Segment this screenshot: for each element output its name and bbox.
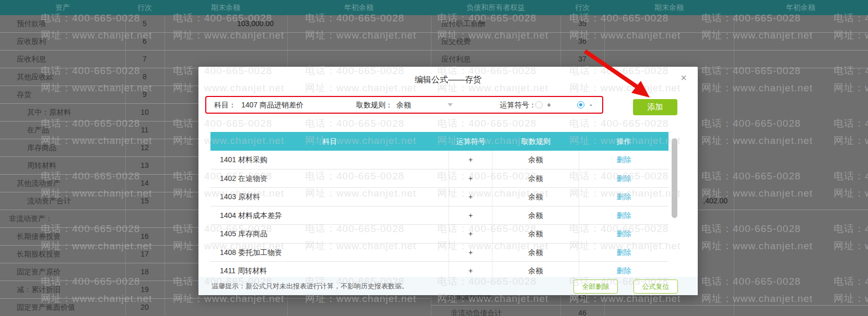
- cell-rule: 余额: [492, 225, 579, 243]
- col-header-end-left: 期末余额: [211, 0, 240, 15]
- cell-subject: 1405 库存商品: [210, 225, 449, 243]
- row-label: 周转材料: [27, 157, 56, 174]
- cell-rule: 余额: [492, 244, 579, 262]
- row-line-number: 20: [140, 299, 149, 316]
- radio-minus[interactable]: [577, 101, 584, 108]
- delete-link[interactable]: 删除: [617, 211, 631, 220]
- screen: 资产 行次 期末余额 年初余额 负债和所有者权益 行次 期末余额 年初余额 预付…: [0, 0, 868, 316]
- row-line-number: 15: [140, 192, 149, 210]
- row-line-number: 12: [140, 139, 149, 156]
- watermark-text: 网址：www.chanjet.net: [701, 239, 813, 253]
- row-label: 库存商品: [27, 139, 56, 156]
- row-label: 存货: [17, 86, 31, 103]
- row-label: 非流动负债合计: [451, 305, 502, 316]
- row-line-number: 8: [143, 68, 147, 86]
- watermark-text: 电话：400-665-0028: [701, 222, 801, 236]
- formula-table-row: 1405 库存商品 + 余额 删除: [210, 225, 668, 244]
- row-line-number: 37: [578, 51, 587, 68]
- bg-table-row: 应付职工薪酬35: [431, 15, 868, 33]
- formula-table-header: 科目 运算符号 取数规则 操作: [210, 132, 668, 151]
- scrollbar-thumb[interactable]: [672, 138, 677, 218]
- watermark-text: 电话：400-665-0028: [701, 117, 801, 130]
- cell-subject: 1402 在途物资: [210, 169, 449, 188]
- cell-subject: 1411 周转材料: [210, 262, 449, 277]
- formula-reset-button[interactable]: 公式复位: [634, 279, 678, 294]
- rule-label: 取数规则：: [356, 97, 393, 113]
- col-header-assets: 资产: [55, 0, 70, 15]
- rule-select[interactable]: 余额: [396, 97, 411, 113]
- row-label: 固定资产原价: [17, 263, 61, 281]
- formula-table-row: 1404 材料成本差异 + 余额 删除: [210, 206, 668, 225]
- delete-link[interactable]: 删除: [617, 248, 631, 257]
- cell-operator: +: [449, 262, 492, 277]
- delete-link[interactable]: 删除: [617, 174, 631, 183]
- row-line-number: 18: [140, 263, 149, 281]
- chevron-down-icon[interactable]: [448, 103, 453, 106]
- subject-label: 科目：: [214, 97, 236, 113]
- watermark-text: 网址：www.chanjet.net: [701, 134, 813, 148]
- cell-rule: 余额: [492, 169, 579, 188]
- delete-link[interactable]: 删除: [617, 192, 631, 201]
- minus-label: -: [590, 97, 592, 113]
- bg-table-row: 应收股利6: [0, 33, 431, 51]
- watermark-text: 网址：www.chanjet.net: [834, 81, 868, 95]
- row-line-number: 16: [140, 228, 149, 245]
- row-line-number: 7: [143, 51, 147, 68]
- row-line-number: 36: [578, 33, 587, 50]
- row-label: 在产品: [27, 121, 49, 139]
- delete-link[interactable]: 删除: [617, 155, 631, 164]
- col-header-begin-right: 年初余额: [786, 0, 815, 15]
- close-icon[interactable]: ×: [677, 71, 690, 84]
- watermark-text: 电话：400-665-0028: [701, 169, 801, 183]
- row-label: 非流动资产：: [9, 210, 53, 227]
- watermark-text: 电话：400-665-0028: [834, 275, 868, 288]
- row-line-number: 6: [143, 33, 147, 50]
- cell-operator: +: [449, 206, 492, 225]
- bg-table-row: 预付款项5103,000.00: [0, 15, 431, 33]
- row-line-number: 10: [140, 104, 149, 121]
- radio-plus[interactable]: [535, 101, 543, 108]
- formula-table-row: 1401 材料采购 + 余额 删除: [210, 151, 668, 169]
- row-label: 应付职工薪酬: [441, 15, 485, 32]
- header-subject: 科目: [210, 132, 449, 151]
- row-label: 减：累计折旧: [17, 281, 61, 298]
- row-label: 应收股利: [17, 33, 46, 50]
- bg-table-row: 非流动负债合计46: [431, 305, 868, 316]
- watermark-text: 网址：www.chanjet.net: [701, 81, 813, 95]
- formula-table-row: 1408 委托加工物资 + 余额 删除: [210, 244, 668, 262]
- subject-input[interactable]: 1407 商品进销差价: [241, 97, 303, 113]
- watermark-text: 电话：400-665-0028: [834, 222, 868, 236]
- row-line-number: 17: [140, 246, 149, 263]
- watermark-text: 电话：400-665-0028: [834, 169, 868, 183]
- cell-operator: +: [449, 188, 492, 206]
- row-label: 应付利息: [441, 51, 471, 68]
- delete-all-button[interactable]: 全部删除: [573, 279, 618, 294]
- row-line-number: 46: [578, 305, 587, 316]
- cell-operator: +: [449, 169, 492, 188]
- row-label: 长期债券投资: [17, 228, 61, 245]
- watermark-text: 网址：www.chanjet.net: [834, 134, 868, 148]
- delete-link[interactable]: 删除: [617, 266, 631, 275]
- col-header-begin-left: 年初余额: [344, 0, 373, 15]
- cell-operator: +: [449, 225, 492, 243]
- col-header-liabilities: 负债和所有者权益: [466, 0, 525, 15]
- row-label: 其他流动资产: [17, 175, 61, 192]
- bg-table-row: 应交税费36: [431, 33, 868, 51]
- cell-subject: 1403 原材料: [210, 188, 449, 206]
- dialog-title: 编辑公式——存货: [198, 75, 698, 86]
- row-line-number: 14: [140, 175, 149, 192]
- balance-sheet-header: 资产 行次 期末余额 年初余额 负债和所有者权益 行次 期末余额 年初余额: [0, 0, 868, 15]
- cell-rule: 余额: [492, 151, 579, 169]
- edit-formula-dialog: 编辑公式——存货 × 科目： 1407 商品进销差价 取数规则： 余额 运算符号…: [198, 67, 698, 295]
- col-header-line-right: 行次: [575, 0, 590, 15]
- row-label: 长期股权投资: [17, 246, 61, 263]
- cell-rule: 余额: [492, 188, 579, 206]
- row-line-number: 9: [143, 86, 147, 103]
- cell-rule: 余额: [492, 262, 579, 277]
- row-label: 应交税费: [441, 33, 471, 50]
- delete-link[interactable]: 删除: [617, 229, 631, 238]
- add-button[interactable]: 添加: [633, 99, 677, 115]
- header-rule: 取数规则: [492, 132, 579, 151]
- bg-table-row: 应付利息37: [431, 51, 868, 68]
- formula-table-body: 1401 材料采购 + 余额 删除1402 在途物资 + 余额 删除1403 原…: [210, 151, 668, 277]
